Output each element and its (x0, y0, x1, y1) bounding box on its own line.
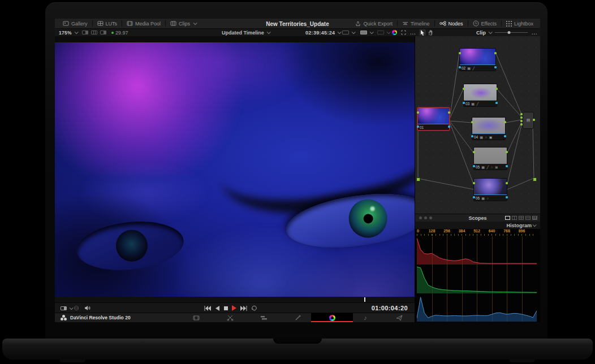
quick-export-label: Quick Export (363, 21, 393, 27)
viewer-image[interactable] (55, 42, 415, 297)
rgb-output-dot[interactable] (495, 88, 498, 90)
stop-button[interactable] (224, 303, 228, 313)
nodes-button[interactable]: Nodes (435, 19, 468, 28)
node-05[interactable]: 05▦ ╱ ○ ⊠ (473, 147, 507, 170)
gpu-status-control[interactable] (342, 29, 355, 36)
rgb-output-dot[interactable] (504, 121, 506, 123)
mixer-input-dot[interactable] (520, 116, 523, 119)
key-output-dot[interactable] (494, 66, 497, 68)
node-04[interactable]: 04▦ ○ ▣ (472, 117, 506, 140)
page-edit-button[interactable] (254, 313, 273, 322)
key-output-dot[interactable] (506, 196, 508, 198)
scope-layout-grid-icon[interactable] (532, 216, 537, 220)
source-node-dot[interactable] (416, 177, 420, 181)
app-name: DaVinci Resolve Studio 20 (70, 315, 131, 320)
rgb-input-dot[interactable] (471, 121, 473, 123)
node-zoom-slider[interactable] (495, 29, 528, 36)
key-output-dot[interactable] (506, 165, 508, 167)
output-node-dot[interactable] (533, 177, 537, 181)
page-color-button[interactable] (311, 313, 353, 322)
page-cut-button[interactable] (221, 313, 240, 322)
stop-icon (224, 306, 228, 310)
node-mode-selector[interactable]: Clip (476, 29, 491, 36)
page-media-button[interactable] (187, 313, 206, 322)
key-input-dot[interactable] (417, 125, 419, 128)
go-to-end-button[interactable] (240, 303, 247, 313)
chevron-down-icon (70, 306, 74, 310)
histogram-scope[interactable]: 0128256384512640768896 (415, 229, 540, 322)
scope-layout-stacked-icon[interactable] (525, 216, 531, 220)
single-viewer-icon[interactable] (82, 31, 88, 34)
viewer-overflow-menu[interactable]: ... (410, 29, 416, 36)
scope-mode-selector[interactable]: Histogram (415, 222, 540, 229)
quick-export-button[interactable]: Quick Export (351, 19, 397, 28)
luts-button[interactable]: LUTs (93, 19, 122, 28)
mixer-input-dot[interactable] (520, 123, 523, 125)
rgb-output-dot[interactable] (448, 111, 450, 114)
viewer-zoom-select[interactable]: 175% (59, 29, 77, 36)
page-deliver-button[interactable] (390, 313, 409, 322)
key-output-dot[interactable] (448, 125, 450, 128)
rgb-output-dot[interactable] (533, 119, 535, 121)
lightbox-button[interactable]: Lightbox (502, 19, 538, 28)
node-03-badges: ▦ ╱ (471, 102, 479, 106)
loop-button[interactable] (251, 303, 257, 313)
scope-layout-single-icon[interactable] (505, 216, 510, 220)
viewer-mode-button[interactable] (61, 303, 72, 313)
enhanced-viewer-icon[interactable] (100, 31, 106, 34)
timeline-button[interactable]: Timeline (398, 19, 434, 28)
rgb-input-dot[interactable] (463, 88, 465, 90)
scope-layout-quad-icon[interactable] (519, 216, 524, 220)
expand-viewer-button[interactable] (401, 29, 406, 36)
mixer-input-dot[interactable] (520, 113, 523, 115)
timecode-value: 02:39:45:24 (305, 30, 335, 36)
page-fairlight-button[interactable]: ♪ (356, 313, 375, 322)
split-viewer-icon[interactable] (91, 31, 97, 34)
scope-layout-two-up-icon[interactable] (512, 216, 517, 220)
timeline-selector[interactable]: Updated Timeline (222, 29, 270, 36)
clips-button[interactable]: Clips (166, 19, 201, 28)
key-input-dot[interactable] (471, 135, 473, 137)
viewer-jog-bar[interactable] (55, 297, 415, 302)
key-input-dot[interactable] (473, 196, 475, 198)
node-03[interactable]: 03▦ ╱ (463, 84, 497, 107)
key-output-dot[interactable] (495, 102, 498, 104)
key-input-dot[interactable] (473, 165, 475, 167)
layer-mixer-node[interactable]: ▤ (523, 112, 534, 129)
rgb-output-dot[interactable] (494, 52, 497, 54)
key-input-dot[interactable] (463, 102, 465, 104)
media-pool-button[interactable]: Media Pool (122, 19, 165, 28)
audio-mute-button[interactable] (84, 303, 90, 313)
davinci-logo-icon (61, 315, 67, 320)
key-input-dot[interactable] (459, 66, 461, 68)
image-wipe-control[interactable] (360, 29, 373, 36)
rgb-input-dot[interactable] (473, 151, 475, 153)
viewer-timecode[interactable]: 02:39:45:24 (305, 29, 340, 36)
page-fusion-button[interactable] (288, 313, 308, 322)
color-viewer-toggle[interactable] (392, 29, 397, 36)
mixer-input-dot[interactable] (520, 120, 523, 122)
laptop-base (2, 339, 593, 359)
node-graph[interactable]: 01 02▦ ╱ 03▦ ╱ (415, 36, 540, 214)
rgb-input-dot[interactable] (417, 111, 419, 114)
node-01[interactable]: 01 (417, 107, 450, 131)
go-to-start-button[interactable] (204, 303, 211, 313)
play-reverse-button[interactable] (215, 303, 219, 313)
rgb-input-dot[interactable] (473, 182, 475, 184)
playhead-marker[interactable] (364, 297, 365, 302)
node-06[interactable]: 06▦ ○ (473, 178, 507, 201)
rgb-output-dot[interactable] (506, 182, 508, 184)
node-panel-overflow-menu[interactable]: ... (532, 29, 538, 36)
pan-tool-button[interactable] (428, 29, 433, 36)
pointer-tool-button[interactable] (419, 29, 426, 36)
key-output-dot[interactable] (504, 135, 506, 137)
play-button[interactable] (232, 303, 236, 313)
split-screen-control[interactable] (377, 29, 390, 36)
gallery-button[interactable]: Gallery (58, 19, 92, 28)
speaker-icon (84, 305, 90, 311)
rgb-output-dot[interactable] (506, 151, 508, 153)
effects-button[interactable]: fx Effects (468, 19, 501, 28)
rgb-input-dot[interactable] (459, 52, 461, 54)
unmix-button[interactable] (74, 303, 79, 313)
node-02[interactable]: 02▦ ╱ (459, 48, 496, 71)
